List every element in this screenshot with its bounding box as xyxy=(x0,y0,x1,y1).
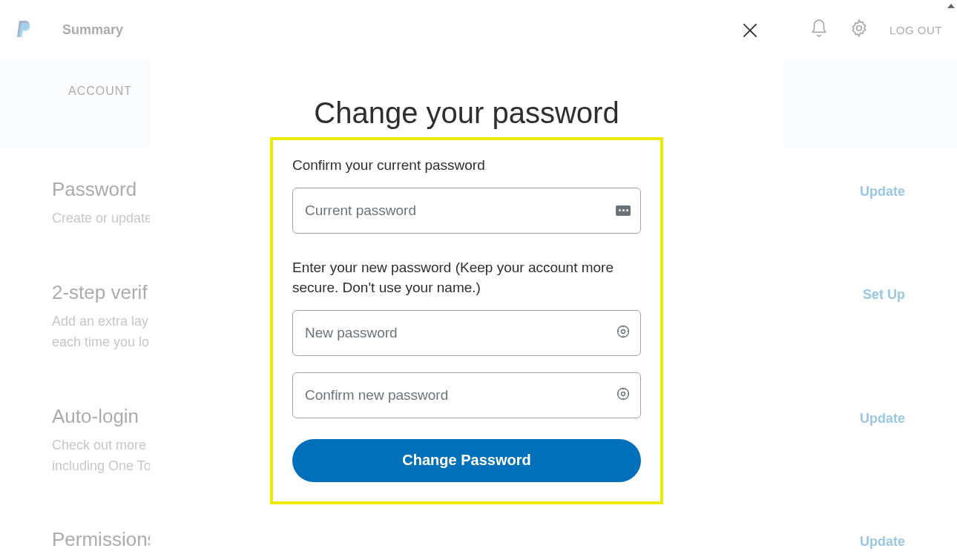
show-password-icon[interactable] xyxy=(616,324,631,342)
new-password-label: Enter your new password (Keep your accou… xyxy=(292,257,641,298)
password-manager-icon[interactable] xyxy=(616,205,631,216)
svg-point-3 xyxy=(618,326,629,337)
modal-title: Change your password xyxy=(150,96,783,130)
confirm-password-input[interactable] xyxy=(292,372,641,418)
current-password-label: Confirm your current password xyxy=(292,155,641,176)
svg-point-6 xyxy=(622,392,625,395)
scrollbar-up-arrow[interactable] xyxy=(945,0,957,12)
svg-point-5 xyxy=(618,388,629,399)
svg-point-4 xyxy=(622,329,625,333)
change-password-button[interactable]: Change Password xyxy=(292,439,641,482)
current-password-input[interactable] xyxy=(292,188,641,234)
change-password-form: Confirm your current password Enter your… xyxy=(270,137,663,504)
new-password-input[interactable] xyxy=(292,310,641,356)
show-password-icon[interactable] xyxy=(616,386,631,404)
close-icon[interactable] xyxy=(740,21,760,43)
